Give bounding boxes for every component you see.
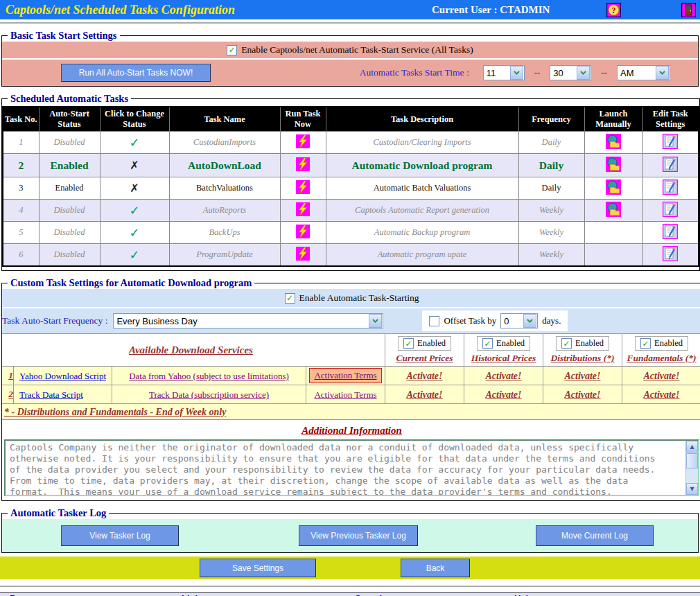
run-task-lightning-icon[interactable] bbox=[296, 202, 310, 216]
launch-manually-icon[interactable] bbox=[606, 157, 621, 172]
launch-manually-cell[interactable] bbox=[584, 200, 642, 222]
activate-link[interactable]: Activate! bbox=[643, 371, 679, 381]
edit-task-icon[interactable] bbox=[663, 179, 678, 195]
service-enabled-checkbox[interactable] bbox=[403, 338, 414, 349]
edit-task-cell[interactable] bbox=[642, 132, 699, 154]
edit-task-icon[interactable] bbox=[663, 134, 678, 149]
chevron-down-icon[interactable] bbox=[369, 314, 382, 328]
additional-info-textarea[interactable]: Captools Company is neither the originat… bbox=[4, 439, 699, 496]
activate-link[interactable]: Activate! bbox=[485, 371, 521, 381]
run-task-cell[interactable] bbox=[280, 154, 326, 177]
enable-all-tasks-checkbox[interactable] bbox=[227, 45, 237, 55]
help-icon[interactable]: ? bbox=[606, 3, 621, 17]
activate-link[interactable]: Activate! bbox=[406, 371, 442, 381]
edit-task-cell[interactable] bbox=[642, 244, 699, 267]
scheduled-tasks-section: Scheduled Automatic Tasks Task No.Auto-S… bbox=[1, 93, 700, 271]
edit-task-icon[interactable] bbox=[663, 202, 678, 217]
activate-link[interactable]: Activate! bbox=[564, 389, 600, 400]
view-tasker-log-button[interactable]: View Tasker Log bbox=[61, 525, 179, 546]
hour-select[interactable]: 11 bbox=[483, 65, 525, 80]
change-status-cell[interactable]: ✓ bbox=[100, 244, 169, 267]
service-enabled-checkbox[interactable] bbox=[640, 338, 651, 349]
chevron-down-icon[interactable] bbox=[656, 66, 669, 80]
service-desc-link[interactable]: Data from Yahoo (subject to use limitati… bbox=[129, 371, 289, 381]
enable-check-icon[interactable]: ✓ bbox=[129, 247, 139, 262]
back-button[interactable]: Back bbox=[401, 559, 470, 577]
launch-manually-cell[interactable] bbox=[584, 132, 642, 154]
activate-link[interactable]: Activate! bbox=[643, 389, 679, 400]
footer-nav-help[interactable]: Help bbox=[514, 593, 700, 596]
run-task-cell[interactable] bbox=[280, 244, 326, 267]
scroll-up-icon[interactable]: ▲ bbox=[686, 441, 698, 453]
offset-task-checkbox[interactable] bbox=[429, 316, 439, 326]
chevron-down-icon[interactable] bbox=[523, 314, 536, 328]
vertical-scrollbar[interactable]: ▲ ▼ bbox=[685, 441, 698, 495]
activation-terms-link[interactable]: Activation Terms bbox=[314, 389, 376, 400]
service-enabled-label: Enabled bbox=[496, 338, 525, 349]
move-current-log-button[interactable]: Move Current Log bbox=[536, 525, 654, 546]
ampm-select[interactable]: AM bbox=[617, 65, 670, 80]
launch-manually-cell[interactable] bbox=[584, 177, 642, 200]
change-status-cell[interactable]: ✓ bbox=[100, 132, 169, 154]
chevron-down-icon[interactable] bbox=[510, 66, 523, 80]
activate-cell: Activate! bbox=[385, 367, 464, 385]
change-status-cell[interactable]: ✗ bbox=[100, 177, 169, 200]
minute-select[interactable]: 30 bbox=[550, 65, 591, 80]
task-status: Disabled bbox=[39, 200, 100, 222]
activate-cell: Activate! bbox=[543, 385, 622, 404]
activate-link[interactable]: Activate! bbox=[406, 389, 442, 400]
scroll-down-icon[interactable]: ▼ bbox=[686, 483, 698, 495]
edit-task-icon[interactable] bbox=[663, 246, 678, 261]
enable-check-icon[interactable]: ✓ bbox=[129, 203, 139, 218]
run-task-cell[interactable] bbox=[280, 132, 326, 154]
service-enabled-checkbox[interactable] bbox=[561, 338, 572, 349]
footer-nav-links[interactable]: Links bbox=[182, 593, 355, 596]
tasks-col-header-0: Task No. bbox=[3, 107, 39, 132]
run-task-lightning-icon[interactable] bbox=[296, 247, 310, 261]
service-enabled-checkbox[interactable] bbox=[482, 338, 493, 349]
launch-manually-icon[interactable] bbox=[606, 179, 621, 195]
edit-task-icon[interactable] bbox=[663, 157, 678, 172]
chevron-down-icon[interactable] bbox=[577, 66, 590, 80]
change-status-cell[interactable]: ✗ bbox=[100, 154, 169, 177]
disable-x-icon[interactable]: ✗ bbox=[130, 159, 139, 172]
edit-task-icon[interactable] bbox=[663, 224, 678, 239]
change-status-cell[interactable]: ✓ bbox=[100, 222, 169, 244]
change-status-cell[interactable]: ✓ bbox=[100, 200, 169, 222]
disable-x-icon[interactable]: ✗ bbox=[130, 182, 139, 195]
run-task-cell[interactable] bbox=[280, 222, 326, 244]
offset-days-select[interactable]: 0 bbox=[500, 313, 538, 328]
run-task-cell[interactable] bbox=[280, 200, 326, 222]
footer-nav-search[interactable]: Search bbox=[355, 593, 514, 596]
activation-terms-link[interactable]: Activation Terms bbox=[309, 368, 381, 383]
launch-manually-icon[interactable] bbox=[606, 134, 621, 149]
exit-icon[interactable] bbox=[681, 3, 696, 17]
run-task-lightning-icon[interactable] bbox=[296, 157, 310, 171]
edit-task-cell[interactable] bbox=[642, 200, 699, 222]
run-task-lightning-icon[interactable] bbox=[296, 180, 310, 194]
launch-manually-cell[interactable] bbox=[584, 154, 642, 177]
scroll-thumb[interactable] bbox=[686, 453, 698, 468]
enable-check-icon[interactable]: ✓ bbox=[129, 135, 139, 150]
activate-link[interactable]: Activate! bbox=[485, 389, 521, 400]
edit-task-cell[interactable] bbox=[642, 177, 699, 200]
run-task-lightning-icon[interactable] bbox=[296, 134, 310, 148]
frequency-select[interactable]: Every Business Day bbox=[113, 313, 383, 328]
footer-nav-pages[interactable]: Pages bbox=[10, 593, 182, 596]
enable-task-starting-checkbox[interactable] bbox=[285, 293, 295, 304]
edit-task-cell[interactable] bbox=[642, 222, 699, 244]
save-settings-button[interactable]: Save Settings bbox=[200, 559, 316, 577]
task-description: Captools Automatic Report generation bbox=[326, 200, 518, 222]
services-footnote: * - Distributions and Fundamentals - End… bbox=[2, 407, 226, 417]
launch-manually-icon[interactable] bbox=[606, 202, 621, 217]
activate-link[interactable]: Activate! bbox=[564, 371, 600, 381]
enable-check-icon[interactable]: ✓ bbox=[129, 225, 139, 240]
run-all-tasks-button[interactable]: Run All Auto-Start Tasks NOW! bbox=[61, 64, 211, 82]
run-task-cell[interactable] bbox=[280, 177, 326, 200]
view-previous-tasker-log-button[interactable]: View Previous Tasker Log bbox=[299, 525, 418, 546]
edit-task-cell[interactable] bbox=[642, 154, 699, 177]
service-name-link[interactable]: Track Data Script bbox=[14, 389, 83, 400]
service-desc-link[interactable]: Track Data (subscription service) bbox=[149, 389, 269, 400]
service-name-link[interactable]: Yahoo Download Script bbox=[14, 371, 106, 381]
run-task-lightning-icon[interactable] bbox=[296, 225, 310, 238]
